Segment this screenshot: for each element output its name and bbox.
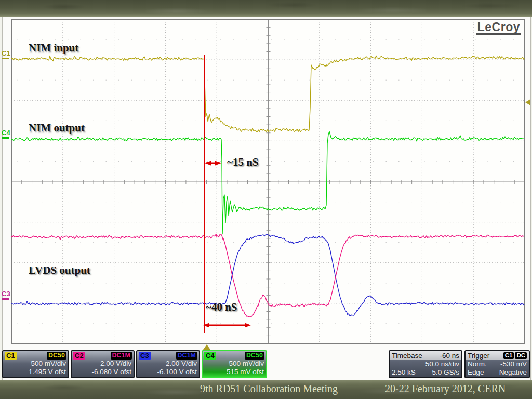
timebase-samples: 2.50 kS	[392, 368, 416, 377]
channel-marker-c1-dash	[2, 58, 9, 59]
c4-id-badge: C4	[204, 352, 216, 360]
channel-marker-c4: C4	[2, 129, 11, 139]
delay-15ns-label: ~15 nS	[227, 156, 259, 169]
trigger-level-marker	[525, 99, 530, 105]
c1-offset: 1.495 V ofst	[3, 368, 68, 376]
channel-box-c3[interactable]: C3 DC1M 2.00 V/div -6.100 V ofst	[136, 350, 200, 378]
timebase-title: Timebase	[392, 351, 422, 360]
trigger-level: -530 mV	[500, 360, 527, 368]
footer-meeting-title: 9th RD51 Collaboration Meeting	[197, 383, 340, 395]
c3-id-badge: C3	[139, 352, 151, 360]
presentation-slide: NIM input NIM output LVDS output ~15 nS …	[0, 0, 532, 399]
trigger-position-marker	[203, 344, 210, 350]
delay-40ns-label: ~40 nS	[206, 301, 237, 314]
trigger-source-badge: C1	[503, 352, 514, 359]
channel-marker-c1: C1	[2, 50, 11, 59]
nim-input-label: NIM input	[29, 42, 78, 55]
channel-marker-c4-dash	[2, 137, 9, 139]
footer-date-location: 20-22 February 2012, CERN	[385, 383, 506, 395]
c2-coupling-badge: DC1M	[111, 352, 132, 360]
nim-output-label: NIM output	[29, 122, 85, 135]
scope-screenshot: NIM input NIM output LVDS output ~15 nS …	[2, 17, 531, 380]
channel-box-c2[interactable]: C2 DC1M 2.00 V/div -6.080 V ofst	[71, 350, 135, 378]
trigger-type: Edge	[468, 368, 484, 377]
c4-coupling-badge: DC50	[245, 352, 264, 360]
channel-box-c4[interactable]: C4 DC50 500 mV/div 515 mV ofst	[202, 350, 267, 378]
c1-scale: 500 mV/div	[3, 360, 68, 368]
c3-coupling-badge: DC1M	[176, 352, 197, 360]
lvds-output-label: LVDS output	[29, 264, 90, 277]
channel-marker-c1-label: C1	[2, 50, 11, 57]
channel-marker-c3: C3	[2, 290, 11, 300]
channel-marker-c4-label: C4	[2, 129, 11, 136]
c3-offset: -6.100 V ofst	[137, 368, 199, 376]
trigger-slope: Negative	[499, 368, 527, 377]
c1-id-badge: C1	[5, 352, 17, 360]
c3-scale: 2.00 V/div	[137, 360, 199, 368]
timebase-rate: 5.0 GS/s	[432, 368, 459, 377]
scope-graticule: NIM input NIM output LVDS output ~15 nS …	[11, 19, 525, 344]
trigger-box[interactable]: Trigger C1 DC Norm. -530 mV Edge Negativ…	[464, 350, 530, 378]
waveform-plot	[11, 19, 525, 344]
channel-marker-c3-label: C3	[2, 290, 11, 297]
channel-marker-c3-dash	[2, 298, 9, 300]
c2-id-badge: C2	[73, 352, 85, 360]
slide-top-border	[0, 0, 532, 17]
timebase-box[interactable]: Timebase -60 ns 50.0 ns/div 2.50 kS 5.0 …	[389, 350, 462, 378]
c4-offset: 515 mV ofst	[203, 368, 266, 376]
channel-box-c1[interactable]: C1 DC50 500 mV/div 1.495 V ofst	[2, 350, 69, 378]
timebase-per-div: 50.0 ns/div	[425, 360, 459, 368]
trigger-coupling-badge: DC	[515, 352, 527, 359]
c2-scale: 2.00 V/div	[72, 360, 134, 368]
c2-offset: -6.080 V ofst	[72, 368, 134, 376]
timebase-delay: -60 ns	[440, 351, 459, 360]
lecroy-logo: LeCroy	[476, 21, 521, 35]
trace-c1	[11, 56, 524, 132]
trigger-title: Trigger	[468, 351, 489, 360]
c4-scale: 500 mV/div	[203, 360, 266, 368]
trigger-mode: Norm.	[468, 360, 487, 368]
c1-coupling-badge: DC50	[47, 352, 66, 360]
